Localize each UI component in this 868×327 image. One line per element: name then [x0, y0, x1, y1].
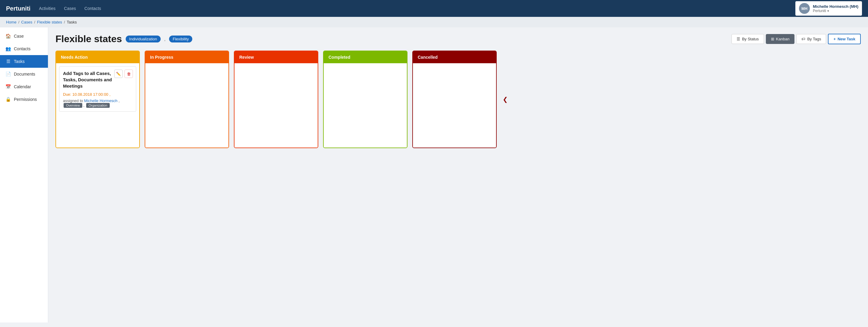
sidebar-item-tasks[interactable]: ☰ Tasks — [0, 55, 48, 68]
kanban-icon: ⊞ — [771, 37, 774, 41]
kanban-col-cancelled: Cancelled — [412, 51, 497, 148]
kanban-col-needs-action: Needs Action ✏️ 🗑 Add Tags to all Cases,… — [56, 51, 140, 148]
tag-flexibility[interactable]: Flexibility — [169, 36, 192, 42]
brand-logo: Pertuniti — [6, 5, 30, 12]
col-body-needs-action: ✏️ 🗑 Add Tags to all Cases, Tasks, Docum… — [56, 63, 139, 148]
breadcrumb-home[interactable]: Home — [6, 20, 17, 24]
page-actions: ☰ By Status ⊞ Kanban 🏷 By Tags + New Tas… — [732, 34, 861, 44]
col-header-completed: Completed — [324, 51, 407, 63]
by-tags-button[interactable]: 🏷 By Tags — [796, 34, 826, 44]
main-layout: 🏠 Case 👥 Contacts ☰ Tasks 📄 Documents 📅 … — [0, 27, 868, 323]
sidebar-label-calendar: Calendar — [14, 84, 31, 89]
tag-icon: 🏷 — [801, 37, 805, 41]
house-icon: 🏠 — [5, 33, 11, 39]
col-body-in-progress — [145, 63, 228, 148]
nav-activities[interactable]: Activities — [39, 6, 56, 11]
by-status-button[interactable]: ☰ By Status — [732, 34, 764, 44]
tag-individualization[interactable]: Individualization — [126, 36, 161, 42]
sidebar-label-permissions: Permissions — [14, 97, 37, 102]
lock-icon: 🔒 — [5, 97, 11, 102]
tag-overview: Overview — [64, 103, 82, 108]
contacts-icon: 👥 — [5, 46, 11, 52]
nav-cases[interactable]: Cases — [64, 6, 76, 11]
kanban-col-review: Review — [234, 51, 318, 148]
col-body-cancelled — [413, 63, 496, 148]
kanban-col-in-progress: In Progress — [145, 51, 229, 148]
nav-contacts[interactable]: Contacts — [84, 6, 101, 11]
new-task-label: New Task — [838, 37, 855, 41]
list-icon: ☰ — [737, 37, 740, 41]
page-title-area: Flexible states Individualization , Flex… — [56, 33, 192, 44]
col-header-review: Review — [235, 51, 318, 63]
top-nav: Pertuniti Activities Cases Contacts MH M… — [0, 0, 868, 17]
kanban-label: Kanban — [776, 37, 789, 41]
sidebar-item-case[interactable]: 🏠 Case — [0, 30, 48, 42]
new-task-button[interactable]: + New Task — [828, 34, 861, 44]
task-assigned: assigned to Michelle Hormesch , Overview… — [63, 98, 132, 108]
user-org: Pertuniti — [813, 9, 858, 13]
breadcrumb: Home / Cases / Flexible states / Tasks — [0, 17, 868, 27]
collapse-arrow[interactable]: ❮ — [501, 51, 509, 148]
kanban-board: Needs Action ✏️ 🗑 Add Tags to all Cases,… — [56, 51, 861, 151]
task-card: ✏️ 🗑 Add Tags to all Cases, Tasks, Docum… — [59, 66, 136, 112]
breadcrumb-current: Tasks — [67, 20, 77, 24]
calendar-icon: 📅 — [5, 84, 11, 90]
tag-organization: Organization — [86, 103, 110, 108]
org-dropdown-icon — [827, 9, 829, 13]
sidebar-item-calendar[interactable]: 📅 Calendar — [0, 80, 48, 93]
task-card-actions: ✏️ 🗑 — [114, 70, 133, 78]
plus-icon: + — [833, 37, 836, 41]
avatar: MH — [799, 3, 810, 14]
user-info: Michelle Hormesch (MH) Pertuniti — [813, 4, 858, 13]
col-header-in-progress: In Progress — [145, 51, 228, 63]
kanban-col-completed: Completed — [323, 51, 407, 148]
edit-task-button[interactable]: ✏️ — [114, 70, 123, 78]
col-header-cancelled: Cancelled — [413, 51, 496, 63]
sidebar-label-case: Case — [14, 34, 24, 38]
breadcrumb-flexible-states[interactable]: Flexible states — [37, 20, 62, 24]
col-body-completed — [324, 63, 407, 148]
col-header-needs-action: Needs Action — [56, 51, 139, 63]
kanban-button[interactable]: ⊞ Kanban — [766, 34, 795, 44]
main-content: Flexible states Individualization , Flex… — [48, 27, 868, 323]
page-title: Flexible states — [56, 33, 122, 44]
tasks-icon: ☰ — [5, 59, 11, 64]
sidebar-label-contacts: Contacts — [14, 46, 30, 51]
page-header: Flexible states Individualization , Flex… — [56, 33, 861, 44]
sidebar-item-contacts[interactable]: 👥 Contacts — [0, 42, 48, 55]
delete-task-button[interactable]: 🗑 — [124, 70, 133, 78]
sidebar: 🏠 Case 👥 Contacts ☰ Tasks 📄 Documents 📅 … — [0, 27, 48, 323]
by-tags-label: By Tags — [807, 37, 821, 41]
documents-icon: 📄 — [5, 71, 11, 77]
task-due: Due: 10.08.2018 17:00:00 , — [63, 92, 132, 97]
user-name: Michelle Hormesch (MH) — [813, 4, 858, 9]
sidebar-label-documents: Documents — [14, 72, 35, 76]
col-body-review — [235, 63, 318, 148]
user-profile[interactable]: MH Michelle Hormesch (MH) Pertuniti — [795, 1, 862, 15]
nav-left: Pertuniti Activities Cases Contacts — [6, 5, 101, 12]
by-status-label: By Status — [742, 37, 759, 41]
breadcrumb-cases[interactable]: Cases — [21, 20, 32, 24]
sidebar-item-documents[interactable]: 📄 Documents — [0, 68, 48, 80]
sidebar-label-tasks: Tasks — [14, 59, 25, 64]
sidebar-item-permissions[interactable]: 🔒 Permissions — [0, 93, 48, 106]
assignee-link[interactable]: Michelle Hormesch — [84, 98, 118, 103]
